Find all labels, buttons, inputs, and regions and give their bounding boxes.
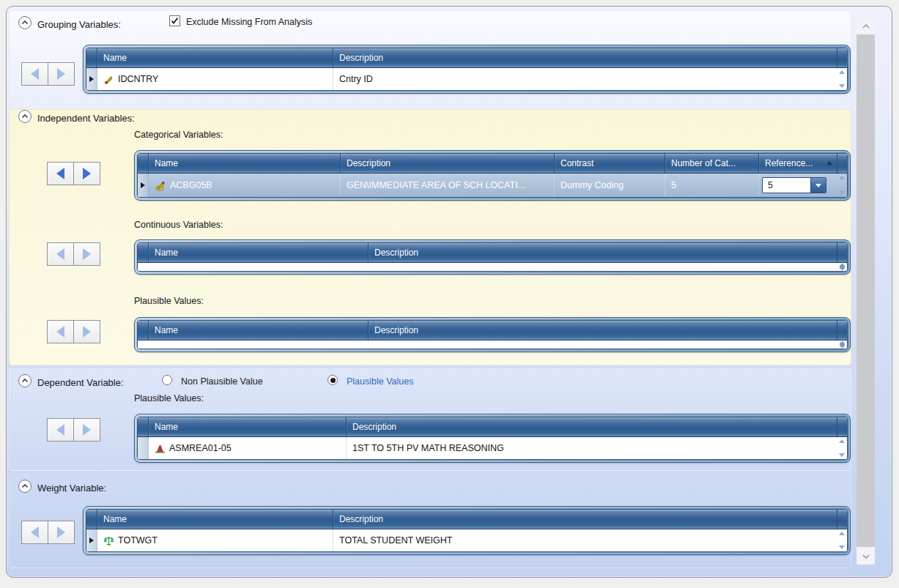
grouping-variables-table: Name Description IDCNTRY Cntry ID xyxy=(83,45,851,94)
weight-section-title: Weight Variable: xyxy=(37,483,106,494)
column-header-description[interactable]: Description xyxy=(369,321,837,340)
column-header-name[interactable]: Name xyxy=(97,48,333,67)
independent-collapse-button[interactable] xyxy=(18,110,32,123)
scrollbar-column-header xyxy=(837,48,847,67)
scales-icon xyxy=(103,535,114,546)
combobox-dropdown-button[interactable] xyxy=(810,178,826,193)
column-header-name[interactable]: Name xyxy=(149,243,369,262)
row-selector[interactable] xyxy=(86,529,97,551)
column-header-name[interactable]: Name xyxy=(149,417,347,436)
cell-number-of-categories: 5 xyxy=(671,180,676,190)
current-row-arrow-icon xyxy=(89,537,94,543)
left-arrow-icon xyxy=(31,68,39,80)
table-scrollbar[interactable] xyxy=(837,68,847,90)
scrollbar-column-header xyxy=(837,417,847,436)
plausible-values-radio-label[interactable]: Plausible Values xyxy=(347,376,414,387)
table-row[interactable]: TOTWGT TOTAL STUDENT WEIGHT xyxy=(86,529,847,551)
row-selector[interactable] xyxy=(138,174,149,197)
scroll-thumb-icon[interactable] xyxy=(840,341,845,349)
current-row-arrow-icon xyxy=(141,182,145,188)
scrollbar-column-header xyxy=(837,154,847,173)
scroll-up-icon xyxy=(839,70,845,74)
plausible-values-radio[interactable] xyxy=(328,375,338,385)
row-selector[interactable] xyxy=(86,68,97,90)
column-header-name[interactable]: Name xyxy=(97,510,333,529)
continuous-move-right-button[interactable] xyxy=(73,242,100,266)
weight-variable-table: Name Description xyxy=(83,506,851,555)
current-row-arrow-icon xyxy=(89,76,94,82)
non-plausible-value-radio-label[interactable]: Non Plausible Value xyxy=(181,376,263,387)
cell-description: TOTAL STUDENT WEIGHT xyxy=(339,535,452,546)
table-scrollbar[interactable] xyxy=(837,437,847,459)
table-scrollbar[interactable] xyxy=(837,529,847,551)
empty-table-row xyxy=(138,340,847,349)
column-header-name[interactable]: Name xyxy=(149,154,341,173)
dependent-pv-table-header: Name Description xyxy=(138,417,847,437)
grouping-table-header: Name Description xyxy=(86,48,847,68)
dependent-plausible-values-label: Plausible Values: xyxy=(134,393,204,403)
left-arrow-icon xyxy=(56,326,64,338)
empty-table-row xyxy=(138,263,847,271)
cell-description: 1ST TO 5TH PV MATH REASONING xyxy=(352,443,504,453)
column-header-description[interactable]: Description xyxy=(333,48,837,67)
non-plausible-value-radio[interactable] xyxy=(162,375,172,385)
continuous-table-header: Name Description xyxy=(138,243,847,263)
scroll-thumb-icon[interactable] xyxy=(840,264,845,271)
column-header-number-of-categories[interactable]: Number of Cat... xyxy=(665,154,759,173)
weight-collapse-button[interactable] xyxy=(18,480,32,493)
row-selector[interactable] xyxy=(138,437,149,459)
scroll-down-icon xyxy=(839,191,845,195)
grouping-move-right-button[interactable] xyxy=(48,62,75,86)
categorical-move-right-button[interactable] xyxy=(73,162,100,185)
radio-selected-dot xyxy=(330,378,336,383)
weight-move-left-button[interactable] xyxy=(21,521,48,544)
continuous-variables-label: Continuous Variables: xyxy=(134,220,223,230)
column-header-description[interactable]: Description xyxy=(347,417,837,436)
scrollbar-thumb[interactable] xyxy=(857,34,875,547)
variable-assignment-panel: Grouping Variables: Exclude Missing From… xyxy=(6,6,892,578)
categorical-variables-table: Name Description Contrast Number of Cat.… xyxy=(134,150,851,201)
left-arrow-icon xyxy=(31,526,39,538)
column-header-description[interactable]: Description xyxy=(369,243,837,262)
panel-scrollbar[interactable] xyxy=(857,18,875,565)
scrollbar-down-button[interactable] xyxy=(857,548,875,565)
scrollbar-column-header xyxy=(837,510,847,529)
column-header-reference-label: Reference... xyxy=(765,158,813,173)
cell-name: ASMREA01-05 xyxy=(169,443,232,453)
categorical-move-left-button[interactable] xyxy=(47,162,74,185)
exclude-missing-checkbox[interactable] xyxy=(169,15,180,26)
dependent-collapse-button[interactable] xyxy=(18,374,32,387)
right-arrow-icon xyxy=(83,168,91,179)
column-header-description[interactable]: Description xyxy=(333,510,837,529)
chevron-down-icon xyxy=(862,553,870,560)
combobox-value[interactable]: 5 xyxy=(763,178,810,193)
grouping-section-title: Grouping Variables: xyxy=(37,19,121,30)
independent-pv-move-right-button[interactable] xyxy=(73,320,100,343)
exclude-missing-checkbox-label: Exclude Missing From Analysis xyxy=(186,17,312,27)
right-arrow-icon xyxy=(83,326,91,338)
dependent-pv-move-left-button[interactable] xyxy=(47,418,74,442)
right-arrow-icon xyxy=(57,526,65,538)
grouping-move-left-button[interactable] xyxy=(21,62,48,86)
table-row[interactable]: IDCNTRY Cntry ID xyxy=(86,68,847,90)
table-scrollbar[interactable] xyxy=(837,174,847,197)
cell-name: TOTWGT xyxy=(118,535,158,546)
column-header-name[interactable]: Name xyxy=(149,321,369,340)
continuous-move-left-button[interactable] xyxy=(47,242,74,266)
independent-plausible-values-label: Plausible Values: xyxy=(134,296,204,306)
dependent-pv-move-right-button[interactable] xyxy=(73,418,100,442)
grouping-collapse-button[interactable] xyxy=(18,16,32,29)
categorical-table-header: Name Description Contrast Number of Cat.… xyxy=(138,154,847,174)
column-header-contrast[interactable]: Contrast xyxy=(555,154,665,173)
column-header-reference-category[interactable]: Reference... xyxy=(759,154,837,173)
independent-pv-move-left-button[interactable] xyxy=(47,320,74,343)
table-row[interactable]: ASMREA01-05 1ST TO 5TH PV MATH REASONING xyxy=(138,437,847,459)
reference-category-combobox[interactable]: 5 xyxy=(762,177,826,193)
table-row-selected[interactable]: ACBG05B GEN\IMMEDIATE AREA OF SCH LOCATI… xyxy=(138,174,847,197)
column-header-description[interactable]: Description xyxy=(341,154,555,173)
continuous-variables-table: Name Description xyxy=(134,239,851,275)
weight-move-right-button[interactable] xyxy=(48,521,75,544)
scrollbar-up-button[interactable] xyxy=(857,18,875,34)
cell-description: Cntry ID xyxy=(339,74,373,84)
scrollbar-column-header xyxy=(837,321,847,340)
